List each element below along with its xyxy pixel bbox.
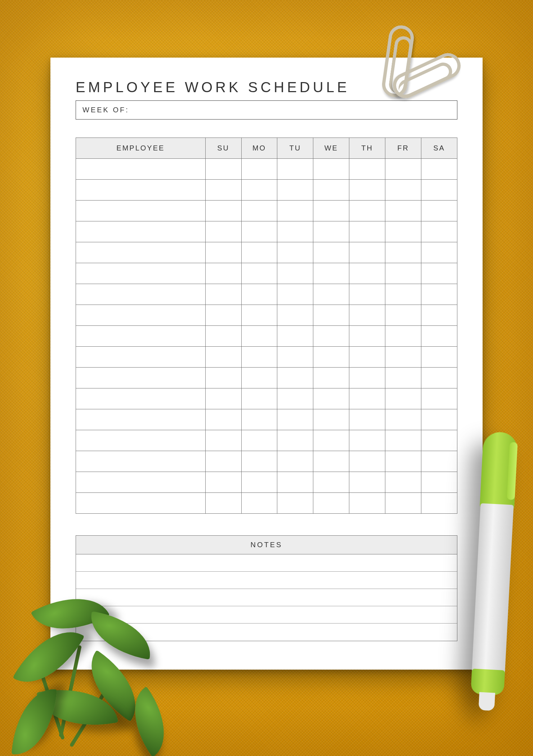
cell-day: [385, 493, 421, 514]
cell-day: [205, 159, 241, 180]
cell-day: [205, 430, 241, 451]
cell-day: [385, 242, 421, 263]
cell-day: [385, 201, 421, 221]
leaf-icon: [12, 686, 57, 756]
cell-day: [277, 368, 313, 388]
cell-day: [313, 284, 349, 305]
table-row: [76, 326, 457, 347]
cell-day: [241, 472, 277, 493]
cell-day: [421, 159, 457, 180]
cell-employee: [76, 368, 206, 388]
cell-day: [349, 430, 385, 451]
cell-day: [421, 409, 457, 430]
cell-day: [241, 326, 277, 347]
cell-day: [421, 388, 457, 409]
col-day-th: TH: [349, 138, 385, 159]
leaf-icon: [13, 616, 85, 699]
cell-day: [385, 221, 421, 242]
table-row: [76, 201, 457, 221]
cell-day: [349, 347, 385, 368]
cell-day: [313, 159, 349, 180]
cell-day: [313, 451, 349, 472]
cell-day: [241, 451, 277, 472]
cell-employee: [76, 388, 206, 409]
cell-day: [277, 180, 313, 201]
col-day-su: SU: [205, 138, 241, 159]
cell-day: [349, 451, 385, 472]
cell-day: [277, 201, 313, 221]
cell-day: [421, 451, 457, 472]
cell-day: [421, 263, 457, 284]
cell-day: [205, 242, 241, 263]
cell-day: [241, 159, 277, 180]
table-row: [76, 388, 457, 409]
cell-day: [205, 347, 241, 368]
cell-day: [349, 284, 385, 305]
cell-day: [385, 305, 421, 326]
cell-day: [277, 409, 313, 430]
cell-employee: [76, 409, 206, 430]
cell-day: [313, 180, 349, 201]
cell-day: [241, 201, 277, 221]
cell-day: [313, 388, 349, 409]
cell-day: [313, 263, 349, 284]
cell-day: [313, 409, 349, 430]
cell-employee: [76, 284, 206, 305]
cell-day: [277, 388, 313, 409]
cell-day: [385, 159, 421, 180]
cell-day: [313, 305, 349, 326]
cell-employee: [76, 493, 206, 514]
cell-day: [421, 284, 457, 305]
cell-day: [349, 180, 385, 201]
cell-day: [421, 180, 457, 201]
cell-day: [241, 242, 277, 263]
table-row: [76, 242, 457, 263]
cell-day: [241, 368, 277, 388]
cell-day: [421, 305, 457, 326]
cell-day: [421, 472, 457, 493]
cell-day: [421, 221, 457, 242]
cell-day: [385, 263, 421, 284]
cell-day: [205, 180, 241, 201]
cell-day: [385, 472, 421, 493]
cell-employee: [76, 180, 206, 201]
cell-day: [313, 368, 349, 388]
cell-day: [421, 493, 457, 514]
cell-day: [205, 472, 241, 493]
cell-day: [277, 326, 313, 347]
cell-day: [205, 451, 241, 472]
pen-tip-ring: [471, 669, 505, 696]
table-row: [76, 221, 457, 242]
cell-day: [277, 451, 313, 472]
cell-day: [241, 493, 277, 514]
cell-day: [385, 180, 421, 201]
table-row: [76, 159, 457, 180]
cell-day: [241, 284, 277, 305]
table-row: [76, 347, 457, 368]
cell-day: [349, 388, 385, 409]
cell-day: [349, 326, 385, 347]
cell-day: [421, 347, 457, 368]
cell-day: [349, 159, 385, 180]
cell-day: [349, 305, 385, 326]
cell-day: [241, 180, 277, 201]
cell-employee: [76, 451, 206, 472]
cell-day: [385, 451, 421, 472]
table-row: [76, 263, 457, 284]
paperclips: [346, 25, 490, 133]
cell-day: [277, 284, 313, 305]
cell-day: [241, 388, 277, 409]
cell-day: [205, 388, 241, 409]
cell-day: [205, 368, 241, 388]
cell-day: [313, 201, 349, 221]
cell-day: [385, 368, 421, 388]
cell-day: [205, 201, 241, 221]
cell-day: [313, 493, 349, 514]
cell-day: [421, 430, 457, 451]
cell-day: [313, 472, 349, 493]
cell-day: [241, 409, 277, 430]
cell-employee: [76, 221, 206, 242]
col-day-fr: FR: [385, 138, 421, 159]
col-employee: EMPLOYEE: [76, 138, 206, 159]
cell-day: [277, 305, 313, 326]
